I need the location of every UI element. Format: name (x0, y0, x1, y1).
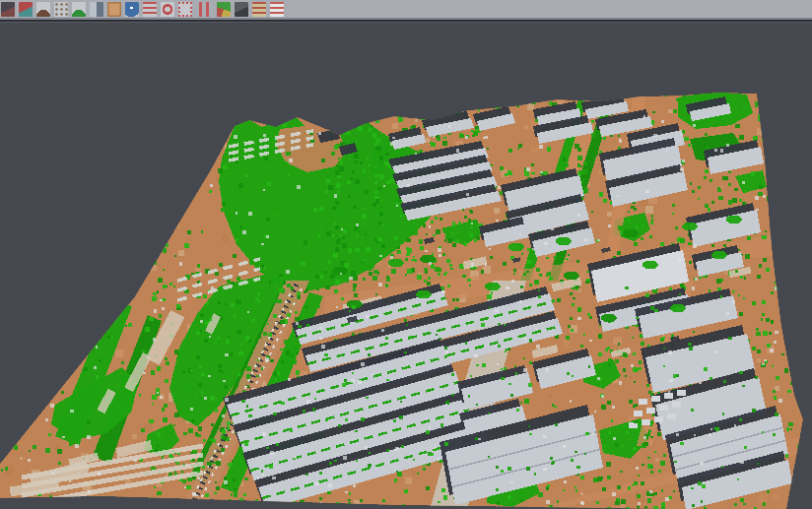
colored-points-icon[interactable] (19, 2, 33, 17)
globe-icon[interactable] (125, 2, 139, 17)
point-cloud-render (0, 23, 812, 509)
terrain-mound-icon[interactable] (36, 2, 50, 17)
classification-map-icon[interactable] (217, 2, 231, 17)
dark-cube-icon[interactable] (1, 2, 15, 17)
checker-grid-icon[interactable] (199, 2, 213, 17)
main-toolbar (0, 0, 812, 20)
dark-camera-icon[interactable] (235, 2, 248, 17)
sparse-points-icon[interactable] (54, 2, 68, 17)
app-window (0, 0, 812, 509)
red-ring-icon[interactable] (161, 2, 174, 17)
column-slab-icon[interactable] (90, 2, 103, 17)
striped-flag-icon[interactable] (270, 2, 284, 17)
annotated-sheet-icon[interactable] (252, 2, 266, 17)
viewport-3d[interactable] (0, 22, 812, 509)
green-terrain-icon[interactable] (72, 2, 86, 17)
selection-brackets-icon[interactable] (178, 2, 192, 17)
orange-tile-icon[interactable] (107, 2, 121, 17)
red-bars-icon[interactable] (143, 2, 157, 17)
